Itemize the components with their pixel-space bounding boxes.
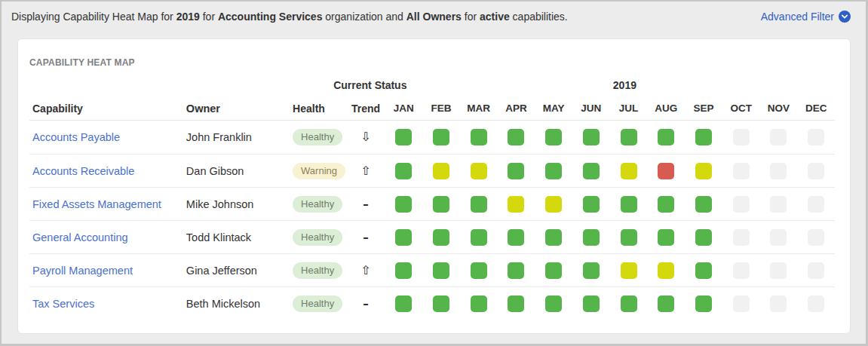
heat-cell-healthy[interactable] <box>583 262 600 279</box>
heat-cell-healthy[interactable] <box>695 295 712 312</box>
top-filter-bar: Displaying Capability Heat Map for 2019 … <box>2 2 866 32</box>
heatmap-rows: Accounts PayableJohn FranklinHealthy⇩Acc… <box>29 121 835 320</box>
heat-cell-healthy[interactable] <box>508 262 524 279</box>
heat-cell-healthy[interactable] <box>621 295 637 312</box>
heat-cell-none <box>733 262 750 279</box>
month-cell-nov <box>760 295 798 312</box>
heat-cell-healthy[interactable] <box>508 229 524 246</box>
heat-cell-healthy[interactable] <box>695 129 712 145</box>
heat-cell-healthy[interactable] <box>433 295 449 312</box>
capability-link[interactable]: Payroll Management <box>32 265 133 277</box>
heat-cell-healthy[interactable] <box>545 163 562 179</box>
heat-cell-healthy[interactable] <box>471 129 487 145</box>
heat-cell-warning[interactable] <box>695 163 712 179</box>
filter-summary-part: 2019 <box>176 11 200 23</box>
heat-cell-healthy[interactable] <box>471 262 487 279</box>
group-header-row: Current Status 2019 <box>29 74 835 96</box>
heat-cell-healthy[interactable] <box>545 129 562 145</box>
capability-link[interactable]: Fixed Assets Management <box>32 198 161 210</box>
heat-cell-healthy[interactable] <box>621 229 637 246</box>
table-row: Fixed Assets ManagementMike JohnsonHealt… <box>29 187 835 220</box>
heat-cell-healthy[interactable] <box>583 196 600 213</box>
heat-cell-critical[interactable] <box>658 163 674 179</box>
month-cell-aug <box>647 229 685 246</box>
heat-cell-healthy[interactable] <box>395 262 412 279</box>
month-cell-oct <box>722 262 760 279</box>
health-cell: Warning <box>290 163 347 179</box>
heat-cell-healthy[interactable] <box>621 196 637 213</box>
capability-link[interactable]: Tax Services <box>32 298 94 310</box>
column-header-month-oct: OCT <box>722 103 760 114</box>
heat-cell-healthy[interactable] <box>583 295 600 312</box>
heat-cell-healthy[interactable] <box>545 295 562 312</box>
heat-cell-healthy[interactable] <box>508 295 524 312</box>
month-cell-feb <box>422 229 460 246</box>
heat-cell-none <box>733 163 750 179</box>
heat-cell-warning[interactable] <box>508 196 524 213</box>
health-cell: Healthy <box>290 229 347 246</box>
heat-cell-healthy[interactable] <box>695 262 712 279</box>
heat-cell-healthy[interactable] <box>658 295 674 312</box>
heat-cell-healthy[interactable] <box>658 196 674 213</box>
health-cell: Healthy <box>290 196 347 213</box>
heat-cell-none <box>733 196 750 213</box>
heat-cell-warning[interactable] <box>471 163 487 179</box>
month-cell-aug <box>647 163 685 179</box>
trend-cell: – <box>347 231 385 244</box>
heat-cell-healthy[interactable] <box>395 295 412 312</box>
heat-cell-healthy[interactable] <box>583 229 600 246</box>
heat-cell-healthy[interactable] <box>471 295 487 312</box>
month-cell-apr <box>498 262 535 279</box>
heat-cell-healthy[interactable] <box>695 229 712 246</box>
capability-link[interactable]: Accounts Payable <box>32 131 120 143</box>
heat-cell-healthy[interactable] <box>508 129 524 145</box>
heat-cell-healthy[interactable] <box>545 229 562 246</box>
heat-cell-warning[interactable] <box>621 163 637 179</box>
filter-summary-part: Accounting Services <box>218 11 323 23</box>
month-cell-aug <box>647 129 685 145</box>
month-cell-jun <box>572 163 610 179</box>
heat-cell-warning[interactable] <box>658 262 674 279</box>
heat-cell-healthy[interactable] <box>395 163 412 179</box>
month-cell-dec <box>797 229 835 246</box>
heat-cell-healthy[interactable] <box>395 229 412 246</box>
heat-cell-healthy[interactable] <box>583 129 600 145</box>
month-cell-jan <box>385 196 422 213</box>
heat-cell-warning[interactable] <box>545 196 562 213</box>
heat-cell-healthy[interactable] <box>658 229 674 246</box>
chevron-down-circle-icon[interactable] <box>839 11 851 23</box>
month-cell-mar <box>460 129 498 145</box>
heat-cell-healthy[interactable] <box>545 262 562 279</box>
heat-cell-healthy[interactable] <box>433 196 449 213</box>
heat-cell-healthy[interactable] <box>621 129 637 145</box>
heat-cell-healthy[interactable] <box>395 196 412 213</box>
month-cell-jul <box>610 163 648 179</box>
heat-cell-healthy[interactable] <box>508 163 524 179</box>
heat-cell-healthy[interactable] <box>471 229 487 246</box>
heat-cell-healthy[interactable] <box>658 129 674 145</box>
heat-cell-healthy[interactable] <box>433 229 449 246</box>
heat-cell-healthy[interactable] <box>433 262 449 279</box>
heat-cell-warning[interactable] <box>621 262 637 279</box>
heat-cell-none <box>770 129 787 145</box>
capability-link[interactable]: General Accounting <box>32 231 128 243</box>
heat-cell-healthy[interactable] <box>471 196 487 213</box>
heat-cell-healthy[interactable] <box>395 129 412 145</box>
heat-cell-warning[interactable] <box>433 163 449 179</box>
month-cell-apr <box>498 163 535 179</box>
column-header-month-nov: NOV <box>760 103 798 114</box>
heat-cell-none <box>733 129 750 145</box>
capability-link[interactable]: Accounts Receivable <box>32 165 134 177</box>
advanced-filter-link[interactable]: Advanced Filter <box>761 11 851 23</box>
heat-cell-healthy[interactable] <box>695 196 712 213</box>
column-header-month-jan: JAN <box>385 103 422 114</box>
month-cell-oct <box>722 295 760 312</box>
table-row: Tax ServicesBeth MickelsonHealthy– <box>29 286 835 320</box>
heat-cell-healthy[interactable] <box>433 129 449 145</box>
trend-cell: ⇧ <box>347 164 385 178</box>
heat-cell-none <box>770 163 787 179</box>
heat-cell-healthy[interactable] <box>583 163 600 179</box>
month-cell-jun <box>572 262 610 279</box>
month-cell-may <box>535 229 572 246</box>
month-cell-apr <box>498 196 535 213</box>
